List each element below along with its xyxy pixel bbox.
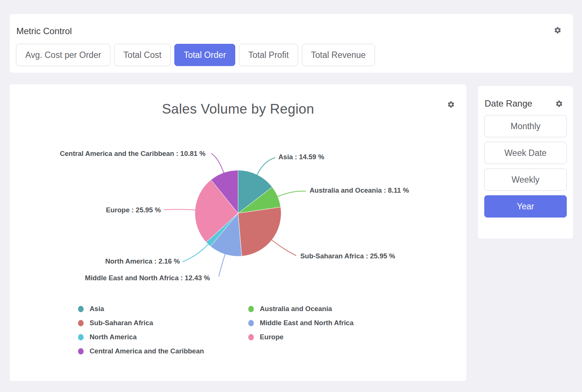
pie-callout-asia: Asia : 14.59 %	[278, 153, 324, 161]
pie-leader-line-north-america	[183, 244, 208, 262]
pie-leader-line-central-america-and-the-caribbean	[211, 154, 224, 173]
legend-label-asia: Asia	[90, 305, 104, 313]
legend-dot-asia	[78, 306, 84, 312]
chart-panel: Sales Volume by Region Asia : 14.59 %Aus…	[10, 84, 466, 381]
pie-callout-australia-and-oceania: Australia and Oceania : 8.11 %	[310, 186, 409, 194]
legend-item-middle-east-and-north-africa[interactable]: Middle East and North Africa	[248, 316, 353, 330]
legend-item-central-america-and-the-caribbean[interactable]: Central America and the Caribbean	[78, 344, 204, 358]
legend-column-1: AsiaSub-Saharan AfricaNorth AmericaCentr…	[78, 302, 204, 358]
legend-dot-middle-east-and-north-africa	[248, 320, 254, 326]
legend-item-australia-and-oceania[interactable]: Australia and Oceania	[248, 302, 353, 316]
legend-label-central-america-and-the-caribbean: Central America and the Caribbean	[90, 347, 204, 355]
legend-dot-australia-and-oceania	[248, 306, 254, 312]
metric-control-title: Metric Control	[16, 26, 72, 36]
date-button-year[interactable]: Year	[484, 195, 567, 218]
legend-label-australia-and-oceania: Australia and Oceania	[260, 305, 332, 313]
settings-gear-icon[interactable]	[554, 26, 562, 34]
pie-callout-sub-saharan-africa: Sub-Saharan Africa : 25.95 %	[300, 252, 395, 260]
pie-leader-line-middle-east-and-north-africa	[219, 254, 225, 276]
metric-button-total-revenue[interactable]: Total Revenue	[302, 44, 375, 66]
legend-label-middle-east-and-north-africa: Middle East and North Africa	[260, 319, 353, 327]
legend-dot-north-america	[78, 334, 84, 340]
date-button-monthly[interactable]: Monthly	[484, 115, 567, 137]
date-range-panel: Date Range MonthlyWeek DateWeeklyYear	[478, 86, 573, 239]
pie-callout-central-america-and-the-caribbean: Central America and the Caribbean : 10.8…	[60, 150, 206, 157]
date-button-week-date[interactable]: Week Date	[484, 142, 567, 164]
legend-dot-central-america-and-the-caribbean	[78, 348, 84, 355]
legend-label-europe: Europe	[260, 333, 284, 341]
pie-callout-europe: Europe : 25.95 %	[106, 206, 161, 214]
metric-buttons-group: Avg. Cost per OrderTotal CostTotal Order…	[16, 44, 375, 66]
pie-slice-sub-saharan-africa[interactable]	[238, 207, 281, 256]
legend-item-asia[interactable]: Asia	[78, 302, 204, 316]
metric-button-total-cost[interactable]: Total Cost	[114, 44, 171, 66]
legend-item-sub-saharan-africa[interactable]: Sub-Saharan Africa	[78, 316, 204, 330]
legend-dot-sub-saharan-africa	[78, 320, 84, 326]
metric-control-panel: Metric Control Avg. Cost per OrderTotal …	[10, 14, 573, 73]
legend-label-north-america: North America	[90, 333, 137, 341]
legend-label-sub-saharan-africa: Sub-Saharan Africa	[90, 319, 153, 327]
metric-button-total-order[interactable]: Total Order	[174, 44, 235, 66]
pie-callout-north-america: North America : 2.16 %	[105, 257, 180, 265]
date-range-buttons-group: MonthlyWeek DateWeeklyYear	[484, 115, 567, 218]
legend-dot-europe	[248, 334, 254, 340]
pie-leader-line-australia-and-oceania	[277, 191, 305, 197]
date-range-title: Date Range	[485, 98, 532, 109]
legend-item-europe[interactable]: Europe	[248, 330, 353, 344]
date-button-weekly[interactable]: Weekly	[484, 169, 567, 191]
pie-leader-line-sub-saharan-africa	[272, 240, 296, 255]
metric-button-avg-cost-per-order[interactable]: Avg. Cost per Order	[16, 44, 110, 66]
pie-callout-middle-east-and-north-africa: Middle East and North Africa : 12.43 %	[85, 274, 210, 282]
metric-button-total-profit[interactable]: Total Profit	[239, 44, 298, 66]
pie-leader-line-asia	[257, 158, 275, 175]
pie-leader-line-europe	[164, 209, 195, 210]
settings-gear-icon[interactable]	[555, 100, 563, 108]
legend-column-2: Australia and OceaniaMiddle East and Nor…	[248, 302, 353, 344]
legend-item-north-america[interactable]: North America	[78, 330, 204, 344]
